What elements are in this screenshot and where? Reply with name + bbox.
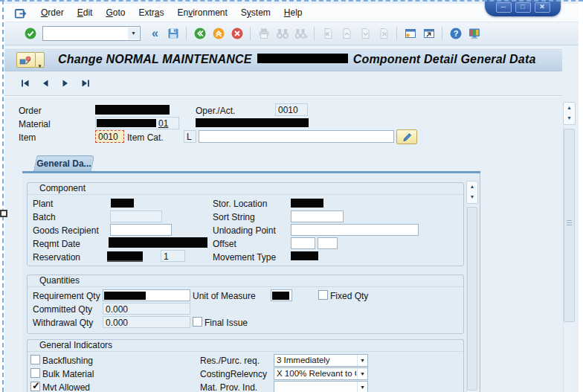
stor-location-field-redacted[interactable] bbox=[291, 199, 323, 208]
last-item-button[interactable] bbox=[78, 76, 93, 91]
services-for-object-button[interactable] bbox=[16, 52, 36, 68]
find-icon[interactable] bbox=[274, 25, 291, 42]
toolbar-separator bbox=[442, 27, 442, 40]
fixed-qty-label: Fixed Qty bbox=[330, 291, 368, 301]
menu-item-goto[interactable]: Goto bbox=[99, 6, 132, 19]
back-icon[interactable] bbox=[191, 25, 208, 42]
print-icon[interactable] bbox=[255, 25, 272, 42]
selection-marquee-left bbox=[2, 0, 4, 392]
menu-item-environment[interactable]: Environment bbox=[170, 6, 233, 19]
menu-item-extras[interactable]: Extras bbox=[132, 6, 170, 19]
reqmt-date-field-redacted[interactable] bbox=[109, 237, 207, 248]
offset-unit-field[interactable] bbox=[318, 237, 338, 249]
next-page-icon[interactable] bbox=[356, 25, 373, 42]
plant-field-redacted[interactable] bbox=[111, 199, 134, 208]
svg-text:?: ? bbox=[453, 29, 458, 38]
goods-recipient-label: Goods Recipient bbox=[33, 225, 99, 236]
menu-item-system[interactable]: System bbox=[234, 6, 277, 19]
material-label: Material bbox=[19, 119, 51, 129]
unit-of-measure-field[interactable] bbox=[271, 289, 292, 301]
material-value-suffix: 01 bbox=[158, 118, 168, 129]
costing-relevncy-dropdown[interactable]: X 100% Relevant to C.▼ bbox=[274, 367, 368, 380]
panel-scrollbar-thumb[interactable] bbox=[467, 207, 477, 391]
create-shortcut-icon[interactable] bbox=[420, 25, 437, 42]
offset-field[interactable] bbox=[291, 237, 315, 249]
command-history-arrow[interactable]: ▼ bbox=[128, 28, 139, 39]
item-text-field[interactable] bbox=[199, 130, 394, 143]
item-cat-field[interactable]: L bbox=[184, 130, 196, 143]
mvt-allowed-checkbox[interactable] bbox=[30, 382, 40, 391]
material-field[interactable]: 01 bbox=[95, 117, 179, 129]
page-title: Change NORMAL MAINTENANCEComponent Detai… bbox=[58, 53, 536, 66]
goods-recipient-field[interactable] bbox=[110, 224, 172, 236]
unit-of-measure-redacted bbox=[272, 292, 289, 300]
next-item-button[interactable] bbox=[58, 76, 73, 91]
title-bar: ▼ Change NORMAL MAINTENANCEComponent Det… bbox=[4, 48, 562, 71]
new-session-icon[interactable] bbox=[402, 25, 419, 42]
enter-icon[interactable] bbox=[22, 25, 39, 42]
find-next-icon[interactable] bbox=[292, 25, 309, 42]
command-input[interactable] bbox=[44, 28, 127, 39]
requirement-qty-field[interactable] bbox=[103, 289, 190, 301]
general-indicators-group: General Indicators Backflushing Res./Pur… bbox=[27, 339, 464, 392]
withdrawal-qty-field[interactable]: 0.000 bbox=[103, 316, 190, 328]
selection-marquee-top bbox=[0, 0, 583, 1]
final-issue-checkbox[interactable] bbox=[193, 317, 202, 327]
reservation-item-field[interactable]: 1 bbox=[161, 250, 185, 262]
scroll-down-arrow[interactable]: ▼ bbox=[467, 192, 477, 202]
menu-item-edit[interactable]: Edit bbox=[71, 6, 100, 19]
item-label: Item bbox=[19, 132, 36, 143]
main-scrollbar-thumb[interactable] bbox=[564, 129, 575, 322]
unloading-point-field[interactable] bbox=[291, 224, 419, 236]
menu-item-order[interactable]: Order bbox=[34, 6, 71, 19]
title-order-number-redacted bbox=[257, 54, 348, 63]
minimize-button[interactable]: ─ bbox=[496, 2, 512, 13]
scroll-up-arrow[interactable]: ▲ bbox=[467, 181, 477, 192]
previous-page-icon[interactable] bbox=[338, 25, 355, 42]
first-page-icon[interactable] bbox=[319, 25, 336, 42]
save-icon[interactable] bbox=[164, 25, 181, 42]
sap-gui-window: ─ □ ✕ OrderEditGotoExtrasEnvironmentSyst… bbox=[0, 0, 583, 392]
command-field[interactable]: ▼ bbox=[42, 26, 141, 41]
cancel-icon[interactable] bbox=[228, 25, 245, 42]
movement-type-field-redacted[interactable] bbox=[291, 251, 318, 260]
general-data-panel: Component Plant Stor. Location Batch Sor… bbox=[22, 173, 480, 392]
committed-qty-field[interactable]: 0.000 bbox=[103, 303, 190, 315]
mat-prov-ind-dropdown[interactable]: ▼ bbox=[274, 381, 368, 392]
collapse-icon[interactable]: « bbox=[146, 25, 163, 42]
item-field[interactable]: 0010 bbox=[95, 130, 124, 143]
customize-layout-icon[interactable] bbox=[466, 25, 483, 42]
sap-screen-icon bbox=[13, 6, 28, 20]
reservation-field-redacted[interactable] bbox=[107, 251, 143, 260]
exit-icon[interactable] bbox=[210, 25, 227, 42]
costing-relevncy-label: CostingRelevncy bbox=[200, 369, 267, 379]
scroll-down-arrow[interactable]: ▼ bbox=[564, 113, 575, 123]
stor-location-label: Stor. Location bbox=[213, 199, 267, 209]
maximize-button[interactable]: □ bbox=[515, 2, 531, 13]
help-icon[interactable]: ? bbox=[447, 25, 464, 42]
long-text-edit-button[interactable] bbox=[396, 129, 417, 144]
services-for-object-icon bbox=[19, 54, 33, 66]
chevron-down-icon: ▼ bbox=[357, 368, 367, 379]
batch-field[interactable] bbox=[110, 211, 162, 222]
menu-item-help[interactable]: Help bbox=[277, 6, 309, 19]
fixed-qty-checkbox[interactable] bbox=[318, 290, 328, 300]
last-page-icon[interactable] bbox=[375, 25, 392, 42]
backflushing-checkbox[interactable] bbox=[30, 355, 40, 364]
toolbar-separator-line bbox=[4, 95, 562, 96]
services-for-object-menu-arrow[interactable]: ▼ bbox=[36, 52, 45, 68]
res-purc-req-dropdown[interactable]: 3 Immediately▼ bbox=[274, 354, 368, 367]
scroll-up-arrow[interactable]: ▲ bbox=[564, 103, 575, 113]
oper-act-field[interactable]: 0010 bbox=[275, 103, 308, 116]
tab-general-data[interactable]: General Da... bbox=[33, 155, 95, 172]
material-description-redacted bbox=[196, 118, 309, 127]
first-item-button[interactable] bbox=[18, 76, 33, 91]
selection-handle[interactable] bbox=[0, 210, 7, 217]
plant-label: Plant bbox=[33, 199, 53, 209]
sort-string-field[interactable] bbox=[291, 211, 344, 222]
order-field-redacted[interactable] bbox=[95, 105, 170, 115]
previous-item-button[interactable] bbox=[38, 76, 53, 91]
close-button[interactable]: ✕ bbox=[535, 2, 550, 13]
sort-string-label: Sort String bbox=[213, 212, 255, 222]
bulk-material-checkbox[interactable] bbox=[30, 368, 40, 378]
